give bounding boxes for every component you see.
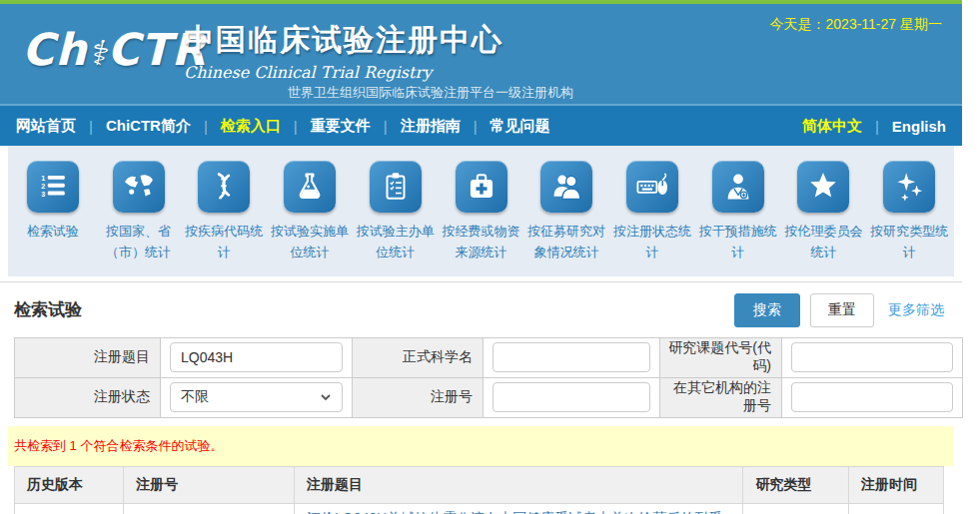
nav-item-home[interactable]: 网站首页 bbox=[16, 117, 76, 136]
result-count-banner: 共检索到 1 个符合检索条件的试验。 bbox=[8, 426, 954, 466]
stats-menu: 1 2 3 检索试验 按国家、省（市）统计 bbox=[8, 146, 954, 276]
reg-status-value: 不限 bbox=[181, 388, 209, 406]
results-header-row: 历史版本 注册号 注册题目 研究类型 注册时间 bbox=[15, 466, 944, 503]
search-section: 检索试验 搜索 重置 更多筛选 注册题目 正式科学名 研究课题代号(代码) 注 bbox=[0, 282, 962, 418]
medkit-icon bbox=[456, 161, 507, 213]
stat-label: 按征募研究对象情况统计 bbox=[523, 222, 609, 263]
nav-item-guide[interactable]: 注册指南 bbox=[401, 117, 461, 136]
reg-number-input[interactable] bbox=[492, 382, 650, 412]
nav-separator: | bbox=[474, 118, 478, 135]
reg-status-select[interactable]: 不限 bbox=[170, 382, 343, 412]
stats-item-by-study-type[interactable]: 按研究类型统计 bbox=[866, 161, 952, 263]
reset-button[interactable]: 重置 bbox=[810, 293, 874, 327]
page-title: 检索试验 bbox=[14, 298, 82, 321]
site-title-zh: 中国临床试验注册中心 bbox=[184, 20, 503, 61]
dna-icon bbox=[198, 161, 250, 213]
main-nav: 网站首页 | ChiCTR简介 | 检索入口 | 重要文件 | 注册指南 | 常… bbox=[0, 104, 962, 146]
nav-separator: | bbox=[89, 118, 93, 135]
people-icon bbox=[540, 161, 592, 213]
stats-item-by-registration-status[interactable]: 按注册状态统计 bbox=[609, 161, 695, 263]
nav-separator: | bbox=[294, 118, 298, 135]
scientific-name-label: 正式科学名 bbox=[353, 337, 484, 377]
col-study-type: 研究类型 bbox=[743, 466, 848, 503]
stats-item-by-ethics-committee[interactable]: 按伦理委员会统计 bbox=[781, 161, 867, 263]
reg-number-label: 注册号 bbox=[353, 377, 484, 417]
chictr-logo[interactable]: Ch⚕CTR bbox=[22, 24, 206, 75]
reg-status-label: 注册状态 bbox=[15, 377, 161, 417]
world-map-icon bbox=[113, 161, 165, 213]
keyboard-mouse-icon bbox=[626, 161, 678, 213]
flask-icon bbox=[284, 161, 336, 213]
scientific-name-input[interactable] bbox=[492, 342, 650, 372]
chevron-down-icon bbox=[320, 393, 332, 401]
results-section: 历史版本 注册号 注册题目 研究类型 注册时间 历史版本 ChiCTR23000… bbox=[0, 466, 962, 514]
who-platform-line: 世界卫生组织国际临床试验注册平台一级注册机构 bbox=[288, 84, 573, 102]
nav-item-search-entry[interactable]: 检索入口 bbox=[221, 117, 281, 136]
numbered-list-icon: 1 2 3 bbox=[27, 161, 79, 213]
search-form: 注册题目 正式科学名 研究课题代号(代码) 注册状态 不限 注册号 bbox=[14, 337, 963, 418]
col-history-version: 历史版本 bbox=[15, 466, 124, 503]
svg-text:3: 3 bbox=[41, 190, 45, 199]
stats-item-by-country[interactable]: 按国家、省（市）统计 bbox=[96, 161, 182, 263]
nav-item-faq[interactable]: 常见问题 bbox=[490, 117, 550, 136]
other-reg-number-input[interactable] bbox=[791, 382, 953, 412]
stats-item-by-sponsor-unit[interactable]: 按试验主办单位统计 bbox=[353, 161, 439, 263]
stat-label: 检索试验 bbox=[24, 222, 82, 243]
stat-label: 按疾病代码统计 bbox=[181, 222, 267, 263]
stats-item-by-funding-source[interactable]: 按经费或物资来源统计 bbox=[439, 161, 524, 263]
col-reg-number: 注册号 bbox=[124, 466, 295, 503]
stats-item-by-intervention[interactable]: 按干预措施统计 bbox=[695, 161, 781, 263]
current-date: 今天是：2023-11-27 星期一 bbox=[770, 16, 942, 34]
stats-item-by-implementing-unit[interactable]: 按试验实施单位统计 bbox=[267, 161, 353, 263]
project-code-label: 研究课题代号(代码) bbox=[660, 337, 782, 377]
clipboard-icon bbox=[370, 161, 422, 213]
lang-switch-english[interactable]: English bbox=[892, 118, 946, 135]
stat-label: 按注册状态统计 bbox=[609, 222, 695, 263]
more-filters-link[interactable]: 更多筛选 bbox=[888, 301, 944, 319]
nav-separator: | bbox=[384, 118, 388, 135]
stat-label: 按研究类型统计 bbox=[866, 222, 952, 263]
study-type-value: 干预性研究 bbox=[743, 503, 848, 514]
project-code-input[interactable] bbox=[791, 342, 953, 372]
lang-switch-chinese[interactable]: 简体中文 bbox=[802, 117, 862, 136]
site-title-block: 中国临床试验注册中心 Chinese Clinical Trial Regist… bbox=[184, 20, 503, 82]
reg-date-value: 2023/03/20 bbox=[848, 503, 943, 514]
stat-label: 按试验实施单位统计 bbox=[267, 222, 353, 263]
doctor-icon bbox=[712, 161, 764, 213]
stat-label: 按伦理委员会统计 bbox=[781, 222, 867, 263]
site-header: Ch⚕CTR 中国临床试验注册中心 Chinese Clinical Trial… bbox=[0, 4, 962, 104]
results-table: 历史版本 注册号 注册题目 研究类型 注册时间 历史版本 ChiCTR23000… bbox=[14, 466, 944, 514]
nav-separator: | bbox=[875, 118, 879, 135]
stat-label: 按经费或物资来源统计 bbox=[439, 222, 524, 263]
stats-item-by-recruitment-status[interactable]: 按征募研究对象情况统计 bbox=[523, 161, 609, 263]
nav-item-about[interactable]: ChiCTR简介 bbox=[106, 117, 191, 136]
stats-item-by-disease-code[interactable]: 按疾病代码统计 bbox=[181, 161, 267, 263]
reg-title-label: 注册题目 bbox=[15, 337, 161, 377]
stat-label: 按试验主办单位统计 bbox=[353, 222, 439, 263]
sparkles-icon bbox=[883, 161, 935, 213]
reg-title-input[interactable] bbox=[170, 342, 343, 372]
other-reg-number-label: 在其它机构的注册号 bbox=[660, 377, 782, 417]
stats-item-search-trials[interactable]: 1 2 3 检索试验 bbox=[10, 161, 96, 263]
nav-separator: | bbox=[204, 118, 208, 135]
caduceus-icon: ⚕ bbox=[88, 33, 108, 73]
search-button[interactable]: 搜索 bbox=[734, 293, 800, 327]
stat-label: 按干预措施统计 bbox=[695, 222, 781, 263]
star-icon bbox=[797, 161, 849, 213]
table-row: 历史版本 ChiCTR2300069500 评价LQ043H单域抗体雾化液在中国… bbox=[15, 503, 944, 514]
stat-label: 按国家、省（市）统计 bbox=[96, 222, 182, 263]
site-title-en: Chinese Clinical Trial Registry bbox=[184, 63, 503, 82]
page: Ch⚕CTR 中国临床试验注册中心 Chinese Clinical Trial… bbox=[0, 0, 962, 514]
nav-item-documents[interactable]: 重要文件 bbox=[311, 117, 371, 136]
trial-title-link[interactable]: 评价LQ043H单域抗体雾化液在中国健康受试者中单次给药后的耐受性、安全性、… bbox=[307, 510, 730, 514]
col-reg-title: 注册题目 bbox=[295, 466, 743, 503]
col-reg-date: 注册时间 bbox=[848, 466, 943, 503]
